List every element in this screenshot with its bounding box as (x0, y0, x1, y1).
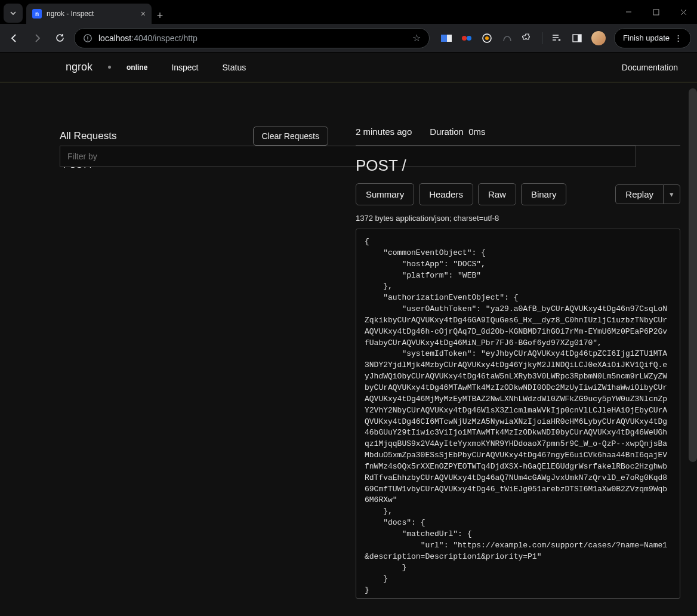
duration: Duration 0ms (430, 127, 485, 137)
finish-update-button[interactable]: Finish update⋮ (614, 28, 691, 48)
new-tab-button[interactable]: + (152, 7, 168, 24)
forward-button[interactable] (29, 30, 45, 47)
maximize-button[interactable] (642, 2, 670, 21)
status-text: online (127, 63, 147, 72)
bookmark-star-icon[interactable]: ☆ (412, 32, 421, 44)
extension-icon-4[interactable] (501, 32, 513, 44)
extensions-puzzle-icon[interactable] (522, 32, 533, 44)
svg-rect-12 (578, 35, 581, 42)
window-controls (615, 0, 697, 24)
payload-body[interactable]: { "commonEventObject": { "hostApp": "DOC… (356, 229, 680, 599)
address-bar[interactable]: localhost:4040/inspect/http ☆ (74, 28, 430, 48)
all-requests-heading: All Requests (60, 130, 116, 142)
separator (542, 32, 542, 44)
svg-point-8 (467, 36, 471, 41)
tab-headers[interactable]: Headers (419, 183, 473, 205)
request-detail-panel: 2 minutes ago Duration 0ms POST / Summar… (339, 82, 697, 616)
kebab-icon: ⋮ (674, 33, 682, 42)
site-info-icon[interactable] (83, 33, 92, 43)
clear-requests-button[interactable]: Clear Requests (253, 127, 329, 146)
extension-icon-3[interactable] (481, 32, 493, 44)
ngrok-favicon-icon: n (32, 9, 42, 19)
nav-inspect[interactable]: Inspect (171, 63, 198, 72)
url-text: localhost:4040/inspect/http (98, 33, 406, 43)
request-title: POST / (356, 156, 680, 175)
svg-point-7 (462, 36, 467, 41)
browser-toolbar: localhost:4040/inspect/http ☆ Finish upd… (0, 24, 697, 53)
detail-tabs: Summary Headers Raw Binary Replay ▾ (356, 183, 680, 205)
nav-status[interactable]: Status (223, 63, 246, 72)
brand-logo: ngrok (66, 61, 92, 73)
svg-point-4 (87, 39, 88, 41)
nav-documentation[interactable]: Documentation (622, 63, 678, 72)
bytes-content-type: 1372 bytes application/json; charset=utf… (356, 214, 680, 223)
minimize-button[interactable] (615, 2, 642, 21)
tab-summary[interactable]: Summary (356, 183, 414, 205)
side-panel-icon[interactable] (571, 32, 583, 44)
tab-binary[interactable]: Binary (521, 183, 567, 205)
svg-point-10 (485, 36, 489, 40)
app-header: ngrok online Inspect Status Documentatio… (0, 53, 697, 82)
replay-button[interactable]: Replay (615, 184, 664, 204)
status-dot-icon (108, 66, 111, 69)
browser-titlebar: n ngrok - Inspect × + (0, 0, 697, 24)
back-button[interactable] (6, 30, 23, 47)
chevron-down-icon (10, 10, 17, 17)
close-window-button[interactable] (670, 2, 697, 21)
tab-search-dropdown[interactable] (4, 4, 23, 23)
extension-icon-1[interactable] (440, 32, 452, 44)
reload-button[interactable] (51, 30, 68, 47)
time-ago: 2 minutes ago (356, 127, 412, 137)
ngrok-app: ngrok online Inspect Status Documentatio… (0, 53, 697, 616)
tab-raw[interactable]: Raw (478, 183, 516, 205)
media-control-icon[interactable] (551, 32, 563, 44)
browser-tab[interactable]: n ngrok - Inspect × (26, 4, 152, 24)
scrollbar[interactable] (689, 88, 697, 462)
extension-icon-2[interactable] (461, 32, 473, 44)
svg-rect-1 (653, 10, 659, 15)
svg-rect-6 (447, 35, 452, 42)
tab-title: ngrok - Inspect (47, 10, 136, 18)
replay-dropdown[interactable]: ▾ (664, 184, 680, 204)
close-tab-icon[interactable]: × (141, 9, 146, 19)
profile-avatar[interactable] (591, 31, 606, 45)
